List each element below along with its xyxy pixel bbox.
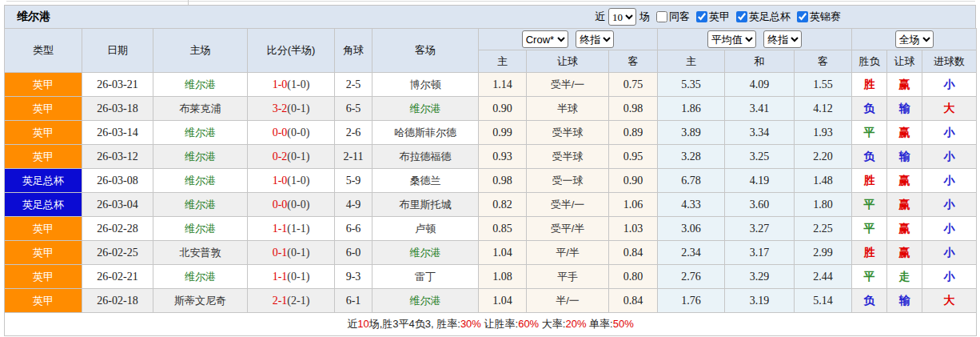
title-bar: 维尔港 近 10 场 同客英甲英足总杯英锦赛 <box>4 5 976 28</box>
home-team: 布莱克浦 <box>153 97 248 121</box>
col-header-avg-away: 客 <box>795 50 852 73</box>
home-team: 维尔港 <box>153 73 248 97</box>
away-team: 布拉德福德 <box>372 145 479 169</box>
avg-home: 4.33 <box>658 193 725 217</box>
summary-stat-value: 30% <box>460 318 481 330</box>
odds-home: 0.82 <box>479 193 527 217</box>
col-header-corner: 角球 <box>335 29 372 73</box>
fulltime-score: 1-1 <box>273 223 288 235</box>
checkbox-input[interactable] <box>797 11 808 22</box>
odds-home: 1.04 <box>479 289 527 313</box>
result-handicap: 赢 <box>887 169 922 193</box>
avg-away: 2.44 <box>795 265 852 289</box>
matches-label: 场 <box>639 10 650 24</box>
result-handicap: 赢 <box>887 217 922 241</box>
league-filter-checkbox[interactable]: 英甲 <box>696 10 730 24</box>
result-handicap: 走 <box>887 265 922 289</box>
summary-stat-value: 60% <box>518 318 539 330</box>
result-goals: 小 <box>922 121 977 145</box>
avg-away: 1.93 <box>795 121 852 145</box>
fulltime-score: 1-0 <box>273 78 288 90</box>
match-history-table: 类型 日期 主场 比分(半场) 角球 客场 Crow* 终指 平均值 终指 <box>4 28 977 336</box>
halftime-score: (0-1) <box>287 102 309 114</box>
checkbox-label: 英甲 <box>709 10 730 24</box>
page-title: 维尔港 <box>17 10 50 24</box>
odds-handicap: 受一球 <box>527 169 609 193</box>
halftime-score: (0-0) <box>287 199 309 211</box>
league-badge: 英甲 <box>5 289 82 313</box>
result-winloss: 胜 <box>852 169 887 193</box>
home-team: 维尔港 <box>153 265 248 289</box>
away-team: 卢顿 <box>372 217 479 241</box>
avg-home: 2.76 <box>658 265 725 289</box>
league-filter-checkbox[interactable]: 同客 <box>656 10 690 24</box>
league-badge: 英甲 <box>5 265 82 289</box>
avg-draw: 3.34 <box>725 121 795 145</box>
odds-away: 0.98 <box>609 97 658 121</box>
score-cell: 0-2(0-1) <box>248 145 335 169</box>
match-row: 英足总杯26-03-08维尔港1-0(1-0)5-9桑德兰0.98受一球0.90… <box>5 169 977 193</box>
result-handicap: 赢 <box>887 241 922 265</box>
result-winloss: 负 <box>852 289 887 313</box>
summary-stat-value: 20% <box>565 318 586 330</box>
col-header-winloss: 胜负 <box>852 50 887 73</box>
league-filter-checkbox[interactable]: 英锦赛 <box>797 10 841 24</box>
halftime-score: (0-1) <box>287 247 309 259</box>
avg-home: 1.86 <box>658 97 725 121</box>
result-handicap: 输 <box>887 145 922 169</box>
match-date: 26-02-25 <box>82 241 153 265</box>
avg-draw: 4.19 <box>725 169 795 193</box>
col-header-home: 主场 <box>153 29 248 73</box>
league-filter-checkbox[interactable]: 英足总杯 <box>736 10 791 24</box>
odds-away: 1.06 <box>609 193 658 217</box>
halftime-score: (0-1) <box>287 150 309 162</box>
result-goals: 小 <box>922 145 977 169</box>
recent-count-select[interactable]: 10 <box>608 8 636 26</box>
checkbox-input[interactable] <box>696 11 707 22</box>
fulltime-score: 0-2 <box>273 150 288 162</box>
odds-away: 0.84 <box>609 289 658 313</box>
fulltime-score: 0-0 <box>273 199 288 211</box>
summary-text: 近10场,胜3平4负3, 胜率:30% 让胜率:60% 大率:20% 单率:50… <box>5 313 977 336</box>
odds-home: 0.90 <box>479 97 527 121</box>
match-date: 26-03-21 <box>82 73 153 97</box>
corner-count: 4-9 <box>335 193 372 217</box>
away-team: 博尔顿 <box>372 73 479 97</box>
corner-count: 2-11 <box>335 145 372 169</box>
match-date: 26-03-04 <box>82 193 153 217</box>
avg-draw: 3.29 <box>725 265 795 289</box>
odds-time-select[interactable]: 终指 <box>576 30 614 48</box>
checkbox-input[interactable] <box>656 11 667 22</box>
odds-handicap: 受半球 <box>527 121 609 145</box>
score-cell: 1-0(1-0) <box>248 73 335 97</box>
score-cell: 0-1(0-1) <box>248 241 335 265</box>
home-team: 维尔港 <box>153 217 248 241</box>
odds-handicap: 平/半 <box>527 241 609 265</box>
scope-select[interactable]: 全场 <box>895 30 934 48</box>
result-winloss: 平 <box>852 121 887 145</box>
bookmaker-select[interactable]: Crow* <box>522 30 568 48</box>
average-time-select[interactable]: 终指 <box>763 30 802 48</box>
average-select[interactable]: 平均值 <box>707 30 756 48</box>
odds-home: 1.08 <box>479 265 527 289</box>
avg-draw: 3.25 <box>725 145 795 169</box>
recent-label: 近 <box>595 10 605 24</box>
odds-handicap: 半/一 <box>527 289 609 313</box>
match-row: 英甲26-03-12维尔港0-2(0-1)2-11布拉德福德0.93受半球0.9… <box>5 145 977 169</box>
summary-stat-value: 50% <box>613 318 634 330</box>
col-header-handicap-result: 让球 <box>887 50 922 73</box>
away-team: 维尔港 <box>372 241 479 265</box>
odds-home: 1.14 <box>479 73 527 97</box>
match-row: 英甲26-02-18斯蒂文尼奇2-1(2-1)6-1维尔港1.04半/一0.84… <box>5 289 977 313</box>
checkbox-input[interactable] <box>736 11 747 22</box>
odds-away: 0.95 <box>609 145 658 169</box>
match-row: 英甲26-03-18布莱克浦3-2(0-1)6-5维尔港0.90半球0.981.… <box>5 97 977 121</box>
odds-away: 0.84 <box>609 241 658 265</box>
fulltime-score: 3-2 <box>273 102 288 114</box>
match-date: 26-03-12 <box>82 145 153 169</box>
fulltime-score: 0-1 <box>273 247 288 259</box>
match-date: 26-03-08 <box>82 169 153 193</box>
match-row: 英甲26-03-14维尔港0-0(0-0)2-6哈德斯菲尔德0.99受半球0.8… <box>5 121 977 145</box>
league-badge: 英甲 <box>5 241 82 265</box>
match-date: 26-02-21 <box>82 265 153 289</box>
